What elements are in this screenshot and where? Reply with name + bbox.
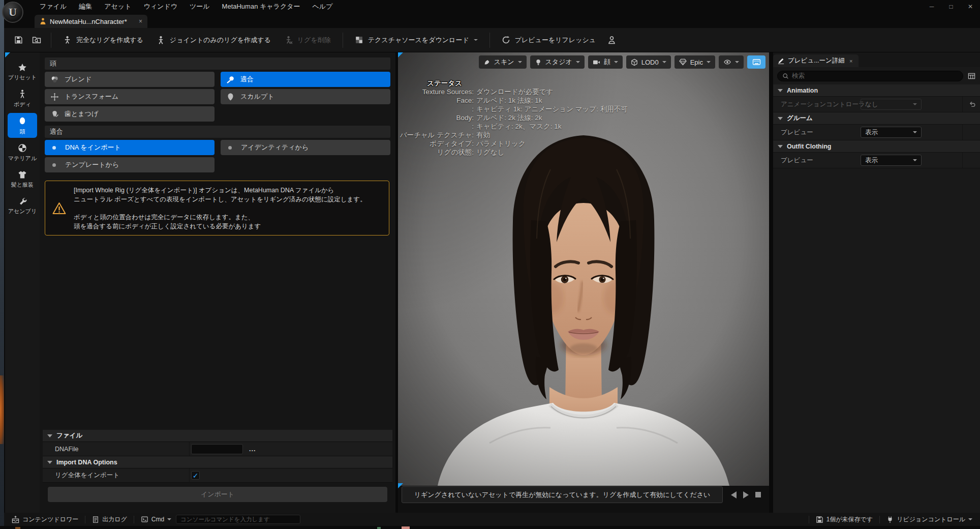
dna-file-row: DNAFile ... xyxy=(43,442,392,456)
preview-character-button[interactable] xyxy=(602,31,621,49)
rail-item-head[interactable]: 頭 xyxy=(8,113,37,138)
menu-file[interactable]: ファイル xyxy=(34,0,73,13)
rail-item-assembly[interactable]: アセンブリ xyxy=(8,193,37,218)
groom-preview-dropdown[interactable]: 表示 xyxy=(861,127,922,138)
import-dna-options-header[interactable]: Import DNA Options xyxy=(43,456,392,468)
quality-epic-dropdown[interactable]: Epic xyxy=(675,55,715,69)
dna-file-input[interactable] xyxy=(191,444,243,454)
fit-section-header: 適合 xyxy=(45,126,390,138)
menu-metahuman-character[interactable]: MetaHuman キャラクター xyxy=(216,0,307,13)
create-full-rig-button[interactable]: 完全なリグを作成する xyxy=(56,31,150,50)
cmd-dropdown[interactable]: Cmd xyxy=(136,513,176,526)
menu-tools[interactable]: ツール xyxy=(183,0,216,13)
rail-item-presets[interactable]: プリセット xyxy=(8,60,37,84)
refresh-preview-button[interactable]: プレビューをリフレッシュ xyxy=(495,31,602,50)
viewport[interactable]: スキン スタジオ 顔 xyxy=(398,52,769,513)
desktop-background-strip xyxy=(0,0,4,526)
editor-main-area: プリセット ボディ 頭 マテリアル xyxy=(4,52,980,513)
camera-face-dropdown[interactable]: 顔 xyxy=(588,55,623,69)
remove-rig-button[interactable]: リグを削除 xyxy=(278,31,338,50)
toolbar-separator xyxy=(343,33,343,48)
mode-label: トランスフォーム xyxy=(65,92,118,101)
toolbar-separator xyxy=(51,33,51,48)
animation-controller-dropdown[interactable]: なし xyxy=(861,99,922,110)
menu-help[interactable]: ヘルプ xyxy=(307,0,339,13)
rail-item-materials[interactable]: マテリアル xyxy=(8,140,37,165)
mode-transform-button[interactable]: トランスフォーム xyxy=(45,89,215,104)
rail-item-hair-clothing[interactable]: 髪と服装 xyxy=(8,167,37,191)
preview-details-tab[interactable]: プレビュ...ーン詳細 × xyxy=(773,54,859,67)
menu-window[interactable]: ウィンドウ xyxy=(137,0,183,13)
reset-to-default-icon[interactable] xyxy=(969,101,976,108)
revision-control-button[interactable]: リビジョンコントロール xyxy=(882,513,977,526)
lighting-studio-dropdown[interactable]: スタジオ xyxy=(530,55,585,69)
file-section-header[interactable]: ファイル xyxy=(43,430,392,442)
save-button[interactable] xyxy=(9,31,27,49)
fit-import-dna-button[interactable]: DNA をインポート xyxy=(45,140,215,155)
close-button[interactable]: ✕ xyxy=(961,0,980,13)
create-joints-rig-button[interactable]: ジョイントのみのリグを作成する xyxy=(150,31,278,50)
chevron-down-icon xyxy=(576,61,580,63)
status-row: リグの状態: リグなし xyxy=(399,148,628,157)
section-header-groom[interactable]: グルーム xyxy=(773,112,980,125)
import-button[interactable]: インポート xyxy=(48,487,387,502)
unsaved-assets-button[interactable]: 1個が未保存です xyxy=(811,513,878,526)
visibility-dropdown[interactable] xyxy=(719,55,744,69)
panel-close-icon[interactable]: × xyxy=(849,58,852,64)
asset-tab[interactable]: NewMetaHu...nCharacter* × xyxy=(35,15,147,28)
radio-dot-icon xyxy=(52,163,56,167)
keyboard-shortcuts-button[interactable] xyxy=(747,55,765,69)
content-drawer-button[interactable]: コンテンツドロワー xyxy=(7,513,83,526)
row-label: プレビュー xyxy=(781,128,813,137)
output-log-button[interactable]: 出力ログ xyxy=(87,513,132,526)
outfit-preview-dropdown[interactable]: 表示 xyxy=(861,155,922,166)
mode-fit-button[interactable]: 適合 xyxy=(221,72,390,87)
viewport-canvas[interactable]: スキン スタジオ 顔 xyxy=(398,52,769,486)
collapse-triangle-icon xyxy=(47,461,52,464)
console-command-input[interactable] xyxy=(176,515,300,524)
section-header-outfit-clothing[interactable]: Outfit Clothing xyxy=(773,140,980,153)
lod-dropdown[interactable]: LOD0 xyxy=(626,55,671,69)
fit-from-identity-button[interactable]: アイデンティティから xyxy=(221,140,390,155)
status-row: Body: アルベド: 2k 法線: 2k xyxy=(399,113,628,122)
fit-icon xyxy=(226,75,235,84)
revision-control-label: リビジョンコントロール xyxy=(897,515,965,524)
camera-icon xyxy=(593,59,600,66)
rail-item-label: 髪と服装 xyxy=(11,181,34,189)
menu-edit[interactable]: 編集 xyxy=(73,0,98,13)
content-drawer-icon xyxy=(12,516,19,523)
mode-teeth-lashes-button[interactable]: 歯とまつげ xyxy=(45,106,215,122)
browse-button[interactable]: ... xyxy=(249,446,256,453)
import-whole-rig-checkbox[interactable] xyxy=(191,471,200,480)
section-header-animation[interactable]: Animation xyxy=(773,84,980,97)
unreal-logo-icon[interactable]: U xyxy=(2,2,23,23)
column-settings-icon[interactable] xyxy=(967,72,976,80)
step-back-icon[interactable] xyxy=(731,491,737,498)
browse-to-asset-button[interactable] xyxy=(27,31,46,49)
maximize-button[interactable]: □ xyxy=(941,0,961,13)
chevron-down-icon xyxy=(913,131,917,133)
mode-blend-button[interactable]: ブレンド xyxy=(45,72,215,87)
search-field[interactable] xyxy=(777,71,963,81)
search-icon xyxy=(782,73,789,79)
dna-file-label: DNAFile xyxy=(55,446,79,453)
stop-icon[interactable] xyxy=(755,492,761,497)
status-label: リグの状態: xyxy=(399,148,476,157)
skin-dropdown[interactable]: スキン xyxy=(479,55,527,69)
minimize-button[interactable]: ─ xyxy=(922,0,941,13)
mode-sculpt-button[interactable]: スカルプト xyxy=(221,89,390,104)
fit-from-template-button[interactable]: テンプレートから xyxy=(45,157,215,172)
menu-asset[interactable]: アセット xyxy=(98,0,137,13)
rail-item-body[interactable]: ボディ xyxy=(8,86,37,111)
camera-dropdown-label: 顔 xyxy=(604,57,610,67)
material-sphere-icon xyxy=(18,143,27,153)
focus-corner-marker xyxy=(5,52,10,57)
play-icon[interactable] xyxy=(743,491,749,498)
toolbar-separator xyxy=(489,33,490,48)
skin-icon xyxy=(483,58,491,66)
search-input[interactable] xyxy=(792,72,958,79)
pencil-icon xyxy=(778,57,784,64)
download-texture-sources-button[interactable]: テクスチャソースをダウンロード xyxy=(348,31,484,50)
tab-close-icon[interactable]: × xyxy=(139,18,142,25)
chevron-down-icon xyxy=(474,39,478,41)
